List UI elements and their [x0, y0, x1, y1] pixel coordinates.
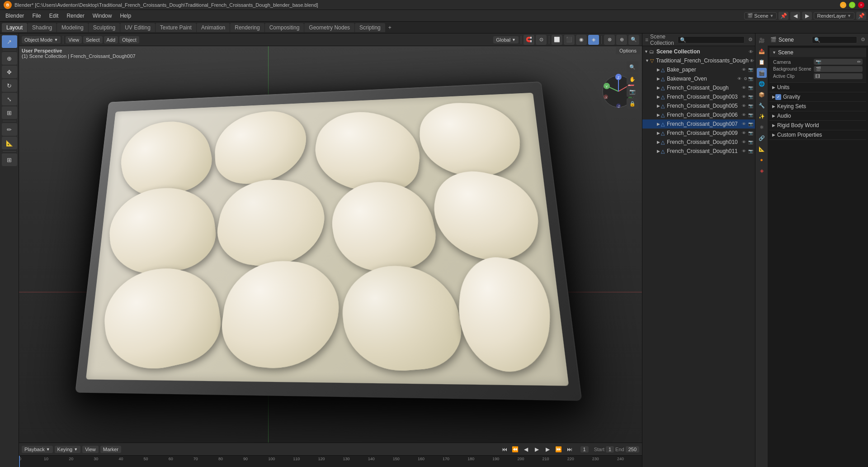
- outliner-item-c003[interactable]: ▶ △ French_Croissant_Dough003 👁 📷: [642, 92, 755, 101]
- zoom-in-btn[interactable]: 🔍: [627, 62, 638, 72]
- next-keyframe-btn[interactable]: ▶: [543, 445, 552, 454]
- outliner-item-c006[interactable]: ▶ △ French_Croissant_Dough006 👁 📷: [642, 110, 755, 119]
- item-vis-7[interactable]: 👁: [742, 122, 746, 126]
- tool-scale[interactable]: ⤡: [2, 93, 17, 105]
- renderlayer-dropdown[interactable]: RenderLayer ▼: [814, 12, 854, 19]
- workspace-compositing[interactable]: Compositing: [265, 23, 304, 32]
- workspace-shading[interactable]: Shading: [28, 23, 57, 32]
- solid-btn[interactable]: ⬛: [564, 35, 575, 45]
- menu-window[interactable]: Window: [89, 12, 116, 20]
- workspace-layout[interactable]: Layout: [2, 23, 27, 32]
- global-pivot-btn[interactable]: Global ▼: [493, 36, 519, 43]
- workspace-rendering[interactable]: Rendering: [230, 23, 264, 32]
- prop-particles-icon[interactable]: ✨: [757, 111, 767, 121]
- snap-btn[interactable]: 🧲: [524, 35, 534, 45]
- item-vis-4[interactable]: 👁: [742, 95, 746, 99]
- outliner-search[interactable]: [678, 36, 745, 43]
- playback-menu[interactable]: Playback ▼: [22, 446, 53, 453]
- prop-physics-icon[interactable]: ⚛: [757, 122, 767, 132]
- item-vis-3[interactable]: 👁: [742, 86, 746, 90]
- scene-section-header[interactable]: ▼ Scene: [769, 48, 866, 57]
- workspace-modeling[interactable]: Modeling: [57, 23, 88, 32]
- prop-shading-icon[interactable]: ◈: [757, 166, 767, 176]
- proportional-btn[interactable]: ⊙: [536, 35, 547, 45]
- menu-render[interactable]: Render: [63, 12, 88, 20]
- item-vis-5[interactable]: 👁: [742, 104, 746, 108]
- workspace-texture-paint[interactable]: Texture Paint: [156, 23, 196, 32]
- play-btn[interactable]: ▶: [533, 445, 542, 454]
- item-render-3[interactable]: 📷: [748, 86, 753, 90]
- scene-collection-vis[interactable]: 👁: [749, 49, 753, 54]
- item-vis-10[interactable]: 👁: [742, 149, 746, 153]
- item-render-6[interactable]: 📷: [748, 113, 753, 117]
- keying-sets-section[interactable]: ▶ Keying Sets: [769, 102, 866, 111]
- outliner-item-main-collection[interactable]: ▼ ▽ Traditional_French_Croissants_Dough …: [642, 56, 755, 65]
- audio-section[interactable]: ▶ Audio: [769, 111, 866, 121]
- viewport-options-btn[interactable]: Options: [616, 47, 640, 54]
- material-btn[interactable]: ◉: [576, 35, 587, 45]
- keying-menu[interactable]: Keying ▼: [55, 446, 81, 453]
- item-render-2[interactable]: ⚙: [744, 76, 747, 81]
- tool-cursor[interactable]: ⊕: [2, 52, 17, 65]
- object-menu[interactable]: Object: [119, 36, 139, 43]
- prev-keyframe-btn[interactable]: ◀: [522, 445, 531, 454]
- outliner-item-c007[interactable]: ▶ △ French_Croissant_Dough007 👁 📷: [642, 119, 755, 129]
- move-btn[interactable]: ✋: [627, 74, 638, 85]
- prop-scene-icon[interactable]: 🎬: [757, 68, 767, 78]
- props-filter-icon[interactable]: ⚙: [861, 37, 865, 43]
- camera-field-btn[interactable]: ✏: [857, 59, 861, 64]
- tl-view-menu[interactable]: View: [82, 446, 99, 453]
- go-end-btn[interactable]: ⏭: [565, 445, 574, 454]
- workspace-geometry-nodes[interactable]: Geometry Nodes: [304, 23, 354, 32]
- item-vis-9[interactable]: 👁: [742, 140, 746, 144]
- view-menu[interactable]: View: [66, 36, 82, 43]
- next-frame-btn[interactable]: ⏩: [554, 445, 563, 454]
- item-render-4[interactable]: 📷: [748, 95, 753, 99]
- add-workspace-button[interactable]: +: [386, 24, 394, 32]
- viewport-lock-btn[interactable]: 🔒: [627, 98, 638, 109]
- tool-transform[interactable]: ⊞: [2, 106, 17, 119]
- camera-fly-btn[interactable]: 📷: [627, 86, 638, 97]
- rigid-body-section[interactable]: ▶ Rigid Body World: [769, 121, 866, 130]
- vp-search-btn[interactable]: 🔍: [628, 35, 639, 45]
- item-vis-main[interactable]: 👁: [750, 58, 754, 63]
- outliner-item-c010[interactable]: ▶ △ French_Croissant_Dough010 👁 📷: [642, 138, 755, 147]
- add-menu[interactable]: Add: [104, 36, 118, 43]
- outliner-item-bakeware[interactable]: ▶ △ Bakeware_Oven 👁 ⚙ 📷: [642, 74, 755, 83]
- prop-constraints-icon[interactable]: 🔗: [757, 133, 767, 143]
- bg-scene-field[interactable]: 🎬: [814, 66, 863, 72]
- minimize-button[interactable]: −: [840, 2, 846, 8]
- outliner-item-c009[interactable]: ▶ △ French_Croissant_Dough009 👁 📷: [642, 129, 755, 138]
- prop-output-icon[interactable]: 📤: [757, 46, 767, 56]
- menu-blender[interactable]: Blender: [2, 12, 28, 20]
- end-frame[interactable]: 250: [626, 446, 639, 453]
- units-section[interactable]: ▶ Units: [769, 83, 866, 92]
- scene-prev-btn[interactable]: ◀: [790, 12, 800, 20]
- item-render-2b[interactable]: 📷: [748, 76, 753, 81]
- rendered-btn[interactable]: ◈: [588, 35, 599, 45]
- menu-edit[interactable]: Edit: [46, 12, 62, 20]
- prop-data-icon[interactable]: 📐: [757, 144, 767, 154]
- maximize-button[interactable]: □: [849, 2, 855, 8]
- viewport[interactable]: X Y Z -X -Y: [19, 46, 642, 443]
- outliner-item-c011[interactable]: ▶ △ French_Croissant_Dough011 👁 📷: [642, 147, 755, 156]
- timeline-ruler[interactable]: 0 10 20 30 40 50 60 70 80 90 100 110: [19, 456, 642, 467]
- prop-object-icon[interactable]: 📦: [757, 90, 767, 100]
- item-render-1[interactable]: 📷: [748, 67, 753, 72]
- tool-move[interactable]: ✥: [2, 66, 17, 78]
- tool-rotate[interactable]: ↻: [2, 79, 17, 92]
- item-vis-6[interactable]: 👁: [742, 113, 746, 117]
- item-render-9[interactable]: 📷: [748, 140, 753, 144]
- start-frame[interactable]: 1: [606, 446, 614, 453]
- workspace-sculpting[interactable]: Sculpting: [89, 23, 120, 32]
- scene-dropdown[interactable]: 🎬 Scene ▼: [744, 12, 777, 19]
- menu-help[interactable]: Help: [116, 12, 135, 20]
- prop-modifier-icon[interactable]: 🔧: [757, 100, 767, 110]
- current-frame-display[interactable]: 1: [580, 446, 589, 453]
- outliner-scene-collection[interactable]: ▼ 🗂 Scene Collection 👁: [642, 47, 755, 56]
- marker-menu[interactable]: Marker: [100, 446, 121, 453]
- go-start-btn[interactable]: ⏮: [500, 445, 509, 454]
- tool-add[interactable]: ⊞: [2, 153, 17, 166]
- outliner-item-c005[interactable]: ▶ △ French_Croissant_Dough005 👁 📷: [642, 101, 755, 110]
- tool-select[interactable]: ↗: [2, 35, 17, 48]
